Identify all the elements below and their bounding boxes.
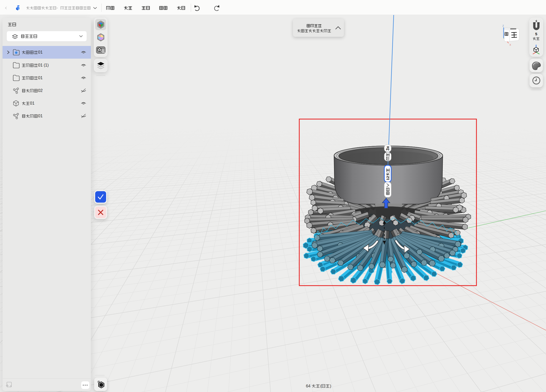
svg-text:01: 01: [38, 50, 43, 54]
svg-text:02: 02: [38, 88, 43, 93]
svg-text:3x: 3x: [386, 146, 390, 151]
svg-text:01 (1): 01 (1): [38, 63, 49, 67]
svg-text:5: 5: [535, 32, 537, 36]
svg-text:12: 12: [386, 176, 390, 180]
svg-text:01: 01: [38, 76, 43, 80]
svg-text:): ): [330, 384, 332, 388]
svg-text:01: 01: [30, 101, 35, 105]
svg-text:z: z: [502, 24, 504, 27]
svg-text:01: 01: [38, 114, 43, 118]
svg-text:-: -: [57, 6, 58, 10]
svg-text:(: (: [320, 384, 322, 388]
svg-text:x: x: [509, 43, 511, 46]
svg-text:64: 64: [306, 384, 310, 388]
